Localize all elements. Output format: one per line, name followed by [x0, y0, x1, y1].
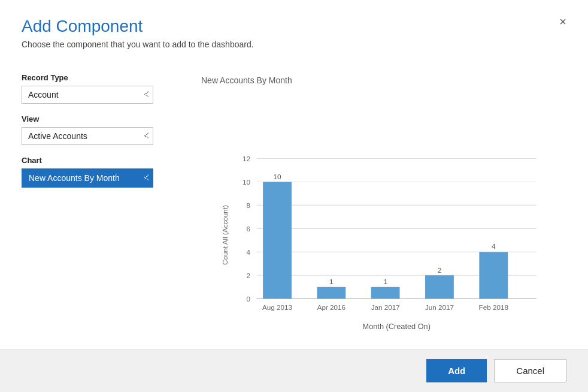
- svg-text:2: 2: [246, 272, 250, 279]
- bar-chart: 12 10 8 6 4 2 0 Count All (Account) 10: [201, 133, 566, 337]
- bar-jun2017: [425, 275, 454, 298]
- view-label: View: [22, 114, 177, 123]
- svg-text:Feb 2018: Feb 2018: [479, 303, 508, 311]
- chart-area: 12 10 8 6 4 2 0 Count All (Account) 10: [201, 92, 566, 337]
- svg-text:10: 10: [274, 173, 281, 180]
- dialog-subtitle: Choose the component that you want to ad…: [22, 40, 566, 49]
- dialog-header: Add Component Choose the component that …: [0, 0, 588, 56]
- svg-text:4: 4: [246, 248, 250, 256]
- svg-text:6: 6: [246, 225, 250, 233]
- view-wrapper: Active Accounts All Accounts My Accounts…: [22, 127, 153, 145]
- left-panel: Record Type Account Contact Lead Opportu…: [22, 73, 177, 337]
- dialog-title: Add Component: [22, 17, 566, 36]
- svg-text:Count All (Account): Count All (Account): [221, 205, 229, 265]
- view-select[interactable]: Active Accounts All Accounts My Accounts: [22, 127, 153, 145]
- svg-text:Month (Created On): Month (Created On): [363, 322, 431, 331]
- chart-title: New Accounts By Month: [201, 76, 566, 85]
- svg-text:1: 1: [383, 278, 387, 285]
- cancel-button[interactable]: Cancel: [494, 359, 566, 382]
- svg-text:Jan 2017: Jan 2017: [371, 303, 400, 311]
- dialog-footer: Add Cancel: [0, 349, 588, 392]
- bar-apr2016: [317, 287, 345, 298]
- chart-select[interactable]: New Accounts By Month Accounts by Indust…: [22, 168, 153, 188]
- dialog-body: Record Type Account Contact Lead Opportu…: [0, 56, 588, 349]
- record-type-wrapper: Account Contact Lead Opportunity ⧼: [22, 86, 153, 104]
- svg-text:4: 4: [492, 242, 496, 250]
- record-type-select[interactable]: Account Contact Lead Opportunity: [22, 86, 153, 104]
- bar-jan2017: [371, 287, 400, 298]
- close-button[interactable]: ×: [554, 13, 571, 30]
- add-component-dialog: Add Component Choose the component that …: [0, 0, 588, 392]
- svg-text:Jun 2017: Jun 2017: [425, 303, 454, 311]
- chart-label: Chart: [22, 156, 177, 165]
- svg-text:1: 1: [329, 278, 334, 285]
- svg-text:8: 8: [246, 201, 250, 209]
- record-type-label: Record Type: [22, 73, 177, 82]
- add-button[interactable]: Add: [426, 359, 487, 382]
- right-panel: New Accounts By Month 12 10: [201, 73, 566, 337]
- svg-text:10: 10: [243, 178, 250, 186]
- svg-text:2: 2: [438, 266, 442, 274]
- chart-wrapper: New Accounts By Month Accounts by Indust…: [22, 168, 153, 188]
- svg-text:Apr 2016: Apr 2016: [317, 303, 345, 311]
- svg-text:0: 0: [246, 295, 250, 303]
- svg-text:12: 12: [243, 155, 250, 162]
- bar-feb2018: [479, 252, 508, 298]
- svg-text:Aug 2013: Aug 2013: [262, 303, 292, 311]
- bar-aug2013: [263, 182, 292, 298]
